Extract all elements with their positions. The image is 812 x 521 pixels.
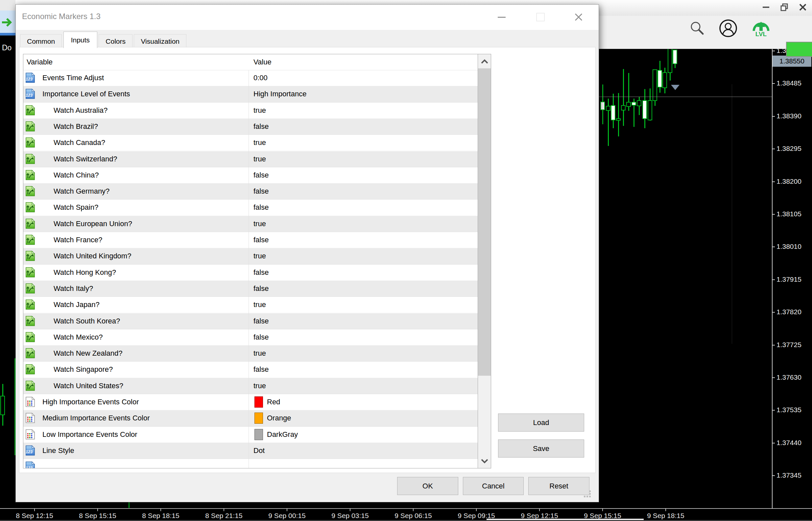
time-label: 8 Sep 15:15 — [65, 512, 131, 520]
app-close-button[interactable] — [795, 0, 810, 15]
dialog-titlebar[interactable]: Economic Markers 1.3 — [16, 5, 599, 30]
table-row[interactable]: Watch United States?true — [23, 378, 478, 394]
column-divider[interactable] — [249, 54, 249, 468]
column-header-value[interactable]: Value — [253, 58, 272, 66]
param-value[interactable]: true — [253, 300, 266, 309]
time-tick — [97, 508, 98, 511]
param-value[interactable]: true — [253, 252, 266, 260]
table-row[interactable]: 123Importance Level of EventsHigh Import… — [23, 86, 478, 102]
scroll-up-button[interactable] — [478, 54, 491, 68]
dialog-maximize-button[interactable] — [532, 9, 549, 25]
tab-common[interactable]: Common — [20, 34, 62, 48]
app-minimize-button[interactable] — [759, 0, 773, 15]
param-value[interactable]: DarkGray — [253, 430, 298, 439]
price-label: 1.37345 — [776, 471, 811, 479]
dialog-minimize-button[interactable] — [493, 9, 510, 25]
param-value[interactable]: true — [253, 155, 266, 163]
table-row[interactable]: Watch New Zealand?true — [23, 345, 478, 362]
price-label: 1.38010 — [776, 243, 811, 250]
param-value[interactable]: true — [253, 382, 266, 390]
table-row[interactable]: Watch South Korea?false — [23, 313, 478, 330]
param-value[interactable]: true — [253, 106, 266, 115]
table-row[interactable]: Watch Spain?false — [23, 200, 478, 216]
dialog-close-button[interactable] — [570, 9, 587, 25]
table-row[interactable]: Watch Hong Kong?false — [23, 265, 478, 281]
param-value[interactable]: false — [253, 236, 269, 244]
table-row[interactable]: Watch Singapore?false — [23, 362, 478, 378]
chart-icon — [25, 121, 36, 132]
table-row[interactable]: Watch European Union?true — [23, 216, 478, 232]
param-label: Watch France? — [53, 236, 102, 244]
table-row[interactable]: Low Importance Events ColorDarkGray — [23, 427, 478, 443]
table-row[interactable]: Medium Importance Events ColorOrange — [23, 410, 478, 426]
left-panel-button[interactable] — [0, 10, 16, 33]
price-tick — [772, 443, 775, 444]
candle-body — [616, 118, 621, 121]
scroll-down-button[interactable] — [478, 454, 491, 468]
time-tick — [666, 508, 666, 511]
column-header-variable[interactable]: Variable — [27, 58, 52, 66]
table-row[interactable]: Watch France?false — [23, 232, 478, 248]
lvl-icon[interactable]: LVL — [752, 18, 770, 38]
save-button[interactable]: Save — [498, 439, 584, 457]
price-tick — [772, 410, 775, 411]
table-row[interactable]: Watch Mexico?false — [23, 330, 478, 345]
param-value[interactable]: false — [253, 171, 269, 179]
table-row[interactable]: Watch Switzerland?true — [23, 151, 478, 167]
table-row[interactable]: Watch Australia?true — [23, 103, 478, 119]
table-row[interactable]: 123Line StyleDot — [23, 443, 478, 459]
param-value[interactable]: false — [253, 333, 269, 342]
param-value[interactable]: High Importance — [253, 90, 307, 98]
table-row[interactable]: Watch United Kingdom?true — [23, 248, 478, 264]
table-row[interactable]: Watch Brazil?false — [23, 119, 478, 135]
price-tick — [772, 312, 775, 313]
chart-icon — [25, 348, 36, 359]
tab-visualization[interactable]: Visualization — [134, 34, 186, 48]
reset-button[interactable]: Reset — [528, 477, 589, 495]
profile-icon[interactable] — [718, 18, 738, 40]
tab-inputs[interactable]: Inputs — [64, 31, 97, 48]
tab-colors[interactable]: Colors — [98, 34, 133, 48]
ok-button[interactable]: OK — [397, 477, 458, 495]
param-value[interactable]: Dot — [253, 446, 265, 455]
table-row[interactable]: Watch Germany?false — [23, 183, 478, 200]
period-separator — [732, 84, 732, 344]
param-value[interactable]: false — [253, 317, 269, 325]
table-row[interactable]: Watch Japan?true — [23, 297, 478, 313]
param-value[interactable]: 0:00 — [253, 74, 268, 82]
param-value[interactable]: Red — [253, 398, 280, 406]
color-swatch — [254, 429, 263, 440]
load-button[interactable]: Load — [498, 413, 584, 432]
param-value[interactable]: false — [253, 365, 269, 374]
cancel-button[interactable]: Cancel — [463, 477, 524, 495]
table-row[interactable]: Watch China?false — [23, 167, 478, 183]
table-row[interactable]: Watch Canada?true — [23, 135, 478, 151]
table-row[interactable]: 123Events Time Adjust0:00 — [23, 70, 478, 86]
candle-body — [600, 101, 605, 110]
candle-body — [668, 48, 672, 73]
param-value[interactable]: Orange — [253, 414, 291, 423]
scrollbar-thumb[interactable] — [478, 68, 491, 376]
param-label: Low Importance Events Color — [42, 430, 137, 439]
price-label: 1.37440 — [776, 439, 811, 447]
app-restore-button[interactable] — [777, 0, 792, 15]
table-row[interactable]: High Importance Events ColorRed — [23, 394, 478, 410]
param-label: Watch United States? — [53, 382, 123, 390]
param-value[interactable]: true — [253, 349, 266, 358]
param-value[interactable]: true — [253, 220, 266, 228]
param-value[interactable]: true — [253, 138, 266, 147]
param-value[interactable]: false — [253, 268, 269, 277]
param-value[interactable]: false — [253, 203, 269, 212]
vertical-scrollbar[interactable] — [478, 54, 491, 468]
time-tick — [539, 508, 540, 511]
resize-grip[interactable] — [584, 491, 591, 498]
param-value[interactable]: false — [253, 284, 269, 293]
time-axis[interactable]: 8 Sep 12:158 Sep 15:158 Sep 18:158 Sep 2… — [0, 508, 812, 521]
table-row[interactable]: Watch Italy?false — [23, 281, 478, 297]
svg-text:123: 123 — [26, 466, 32, 468]
table-row[interactable]: 123 — [23, 459, 478, 468]
param-value[interactable]: false — [253, 187, 269, 196]
search-icon[interactable] — [689, 20, 706, 38]
param-value[interactable]: false — [253, 122, 269, 131]
param-label: Watch Japan? — [53, 300, 99, 309]
